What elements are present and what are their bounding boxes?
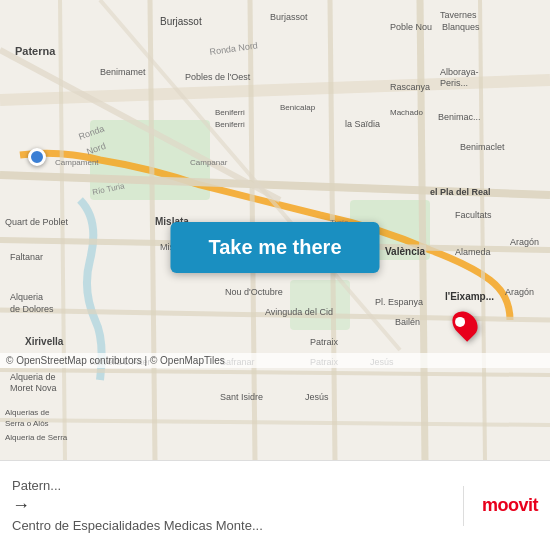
svg-text:València: València: [385, 246, 425, 257]
moovit-text: moovit: [482, 495, 538, 516]
route-from-to: Patern... → Centro de Especialidades Med…: [12, 478, 445, 533]
svg-text:Patraix: Patraix: [310, 337, 339, 347]
svg-text:Beniferri: Beniferri: [215, 108, 245, 117]
route-to-label: Centro de Especialidades Medicas Monte..…: [12, 518, 445, 533]
svg-text:Pobles de l'Oest: Pobles de l'Oest: [185, 72, 251, 82]
svg-text:Tavernes: Tavernes: [440, 10, 477, 20]
route-info: Patern... → Centro de Especialidades Med…: [12, 478, 538, 533]
svg-text:Aragón: Aragón: [510, 237, 539, 247]
svg-text:Alboraya-: Alboraya-: [440, 67, 479, 77]
svg-text:Alqueria de Serra: Alqueria de Serra: [5, 433, 68, 442]
svg-text:Benimac...: Benimac...: [438, 112, 481, 122]
svg-text:Moret Nova: Moret Nova: [10, 383, 57, 393]
svg-text:Xirivella: Xirivella: [25, 336, 64, 347]
svg-rect-3: [290, 280, 350, 330]
svg-text:Quart de Poblet: Quart de Poblet: [5, 217, 69, 227]
svg-text:l'Eixamp...: l'Eixamp...: [445, 291, 494, 302]
route-divider: [463, 486, 464, 526]
svg-text:el Pla del Real: el Pla del Real: [430, 187, 491, 197]
svg-text:Benicalap: Benicalap: [280, 103, 316, 112]
svg-text:Burjassot: Burjassot: [160, 16, 202, 27]
svg-text:Jesús: Jesús: [305, 392, 329, 402]
svg-text:Alameda: Alameda: [455, 247, 491, 257]
svg-text:Facultats: Facultats: [455, 210, 492, 220]
svg-text:Aragón: Aragón: [505, 287, 534, 297]
svg-text:Burjassot: Burjassot: [270, 12, 308, 22]
route-from-label: Patern...: [12, 478, 445, 493]
svg-text:Avinguda del Cid: Avinguda del Cid: [265, 307, 333, 317]
svg-text:Rascanya: Rascanya: [390, 82, 430, 92]
svg-text:Benimamet: Benimamet: [100, 67, 146, 77]
svg-text:Campanar: Campanar: [190, 158, 228, 167]
attribution-text: © OpenStreetMap contributors | © OpenMap…: [6, 355, 225, 366]
svg-text:Sant Isidre: Sant Isidre: [220, 392, 263, 402]
svg-text:Campament: Campament: [55, 158, 99, 167]
svg-text:Faltanar: Faltanar: [10, 252, 43, 262]
svg-line-13: [420, 0, 425, 460]
moovit-logo: moovit: [482, 495, 538, 516]
origin-marker: [28, 148, 46, 166]
svg-text:Blanques: Blanques: [442, 22, 480, 32]
destination-marker: [454, 310, 476, 338]
svg-text:Serra o Alòs: Serra o Alòs: [5, 419, 49, 428]
map-attribution: © OpenStreetMap contributors | © OpenMap…: [0, 353, 550, 368]
svg-text:Pl. Espanya: Pl. Espanya: [375, 297, 423, 307]
bottom-bar: Patern... → Centro de Especialidades Med…: [0, 460, 550, 550]
svg-text:Machado: Machado: [390, 108, 423, 117]
svg-text:Peris...: Peris...: [440, 78, 468, 88]
svg-text:Benimaclet: Benimaclet: [460, 142, 505, 152]
svg-text:Alquerias de: Alquerias de: [5, 408, 50, 417]
svg-text:Alqueria: Alqueria: [10, 292, 43, 302]
svg-text:Nou d'Octubre: Nou d'Octubre: [225, 287, 283, 297]
svg-text:la Saïdia: la Saïdia: [345, 119, 380, 129]
svg-text:Paterna: Paterna: [15, 45, 56, 57]
take-me-there-button[interactable]: Take me there: [170, 222, 379, 273]
route-arrow: →: [12, 495, 445, 516]
svg-text:Poble Nou: Poble Nou: [390, 22, 432, 32]
svg-text:Alqueria de: Alqueria de: [10, 372, 56, 382]
svg-text:Bailén: Bailén: [395, 317, 420, 327]
svg-text:Beniferri: Beniferri: [215, 120, 245, 129]
svg-text:de Dolores: de Dolores: [10, 304, 54, 314]
map-container: Paterna Burjassot Burjassot Poble Nou Ta…: [0, 0, 550, 460]
